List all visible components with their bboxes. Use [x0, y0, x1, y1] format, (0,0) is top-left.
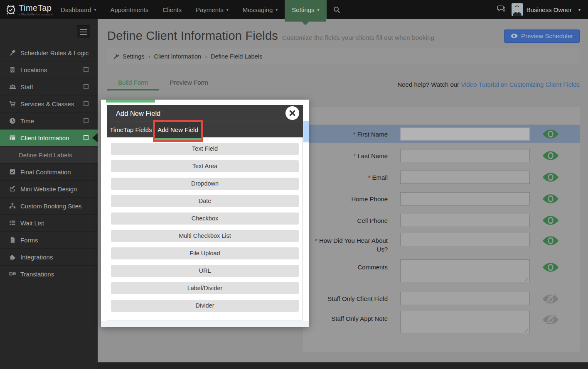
visibility-toggle[interactable]: [541, 263, 560, 272]
form-row-how-did-you-hear-about-us: *How Did You Hear About Us?: [303, 233, 580, 256]
sidebar-item-time[interactable]: Time: [0, 112, 98, 129]
caret-down-icon: ▾: [317, 7, 320, 12]
field-input[interactable]: [400, 214, 530, 227]
eye-visible-icon: [543, 236, 558, 245]
sidebar-item-staff[interactable]: Staff: [0, 78, 98, 95]
visibility-toggle[interactable]: [541, 216, 560, 225]
svg-text:A: A: [10, 273, 12, 275]
field-label: Home Phone: [303, 195, 400, 203]
add-new-field-modal: Add New Field TimeTap FieldsAdd New Fiel…: [101, 100, 309, 327]
table-icon: [9, 134, 16, 141]
sidebar-item-final-confirmation[interactable]: Final Confirmation: [0, 163, 98, 180]
top-navbar: TimeTap a SignUpGenius company Dashboard…: [0, 0, 588, 19]
alarm-clock-icon: [6, 4, 16, 15]
check-square-icon: [9, 169, 16, 175]
field-type-button-checkbox[interactable]: Checkbox: [111, 213, 299, 225]
field-type-button-file-upload[interactable]: File Upload: [111, 247, 299, 259]
sidebar-item-wait-list[interactable]: Wait List: [0, 214, 98, 231]
chat-bubbles-icon: [497, 5, 506, 12]
tab-build-form[interactable]: Build Form: [107, 76, 159, 90]
nav-item-appointments[interactable]: Appointments: [103, 0, 155, 19]
field-type-button-dropdown[interactable]: Dropdown: [111, 178, 299, 190]
visibility-toggle[interactable]: [541, 236, 560, 245]
breadcrumb-settings[interactable]: Settings: [123, 53, 144, 60]
field-type-button-date[interactable]: Date: [111, 195, 299, 207]
sidebar-item-mini-website-design[interactable]: Mini Website Design: [0, 180, 98, 197]
visibility-toggle[interactable]: [541, 194, 560, 203]
sidebar-item-client-information[interactable]: Client Information: [0, 129, 98, 146]
form-row-email: *Email: [303, 168, 580, 186]
search-button[interactable]: [327, 0, 347, 19]
form-row-staff-only-client-field: Staff Only Client Field: [303, 289, 580, 308]
eye-visible-icon: [543, 194, 558, 203]
users-icon: [9, 83, 16, 90]
nav-menu: Dashboard▾AppointmentsClientsPayments▾Me…: [54, 0, 327, 19]
flyout-arrow-icon: [92, 133, 98, 142]
caret-down-icon: ▾: [226, 7, 229, 12]
nav-item-clients[interactable]: Clients: [155, 0, 189, 19]
sidebar-item-integrations[interactable]: Integrations: [0, 248, 98, 265]
form-row-last-name: *Last Name: [303, 147, 580, 165]
visibility-toggle[interactable]: [541, 173, 560, 182]
sidebar-collapse-button[interactable]: [77, 25, 90, 38]
field-input[interactable]: [400, 149, 530, 162]
field-type-button-text-area[interactable]: Text Area: [111, 160, 299, 172]
sidebar-item-define-field-labels[interactable]: Define Field Labels: [0, 146, 98, 163]
sidebar-item-custom-booking-sites[interactable]: Custom Booking Sites: [0, 197, 98, 214]
required-marker: *: [315, 237, 317, 244]
sidebar-item-translations[interactable]: A★Translations: [0, 265, 98, 282]
preview-scheduler-button[interactable]: Preview Scheduler: [504, 29, 580, 43]
close-button[interactable]: [285, 106, 299, 120]
field-input[interactable]: [400, 127, 530, 141]
field-type-button-multi-checkbox-list[interactable]: Multi Checkbox List: [111, 230, 299, 242]
visibility-toggle[interactable]: [541, 293, 560, 303]
caret-down-icon: ▾: [94, 7, 96, 12]
field-type-button-divider[interactable]: Divider: [111, 300, 299, 312]
field-textarea[interactable]: [400, 311, 530, 333]
building-icon: [9, 66, 16, 73]
sidebar-item-forms[interactable]: Forms: [0, 231, 98, 248]
field-label: Comments: [303, 259, 400, 271]
messages-button[interactable]: [497, 5, 506, 14]
field-type-button-label-divider[interactable]: Label/Divider: [111, 282, 299, 294]
sidebar-item-locations[interactable]: Locations: [0, 61, 98, 78]
timetap-logo[interactable]: TimeTap a SignUpGenius company: [0, 4, 54, 16]
user-menu[interactable]: Business Owner ▾: [512, 3, 581, 16]
field-input[interactable]: [400, 233, 530, 246]
visibility-toggle[interactable]: [541, 314, 560, 324]
page-subtitle: Customize the fields your clients fill o…: [282, 34, 434, 41]
visibility-toggle[interactable]: [541, 151, 560, 160]
caret-down-icon: ▾: [578, 7, 581, 12]
sidebar-item-scheduler-rules-logic[interactable]: Scheduler Rules & Logic: [0, 44, 98, 61]
dialog-tab-add-new-field[interactable]: Add New Field: [155, 122, 201, 140]
nav-item-payments[interactable]: Payments▾: [189, 0, 236, 19]
dialog-tab-timetap-fields[interactable]: TimeTap Fields: [107, 122, 155, 137]
nav-item-messaging[interactable]: Messaging▾: [236, 0, 285, 19]
avatar: [512, 3, 523, 16]
breadcrumb: Settings›Client Information›Define Field…: [107, 49, 580, 64]
field-input[interactable]: [400, 171, 530, 184]
field-type-button-url[interactable]: URL: [111, 265, 299, 277]
nav-item-settings[interactable]: Settings▾: [285, 0, 326, 19]
breadcrumb-client-information[interactable]: Client Information: [154, 53, 201, 60]
field-input[interactable]: [400, 192, 530, 205]
video-tutorial-link[interactable]: Video Tutorial on Customizing Client Fie…: [461, 81, 580, 88]
field-label: *First Name: [303, 130, 400, 139]
field-input[interactable]: [400, 292, 530, 305]
close-icon: [289, 110, 295, 116]
panel-header: [303, 107, 580, 125]
clock-icon: [9, 117, 16, 124]
field-textarea[interactable]: [400, 259, 530, 282]
nav-item-dashboard[interactable]: Dashboard▾: [54, 0, 103, 19]
dialog-tabs: TimeTap FieldsAdd New Field: [107, 122, 303, 137]
gavel-icon: [9, 49, 16, 56]
sidebar-item-services-classes[interactable]: Services & Classes: [0, 95, 98, 112]
field-label: Staff Only Client Field: [303, 294, 400, 303]
visibility-toggle[interactable]: [541, 130, 560, 139]
list-icon: [9, 220, 16, 226]
tab-preview-form[interactable]: Preview Form: [159, 76, 219, 90]
field-type-button-text-field[interactable]: Text Field: [111, 143, 299, 155]
form-row-home-phone: Home Phone: [303, 190, 580, 208]
required-marker: *: [354, 152, 356, 159]
sidebar-menu: Scheduler Rules & LogicLocationsStaffSer…: [0, 44, 98, 282]
